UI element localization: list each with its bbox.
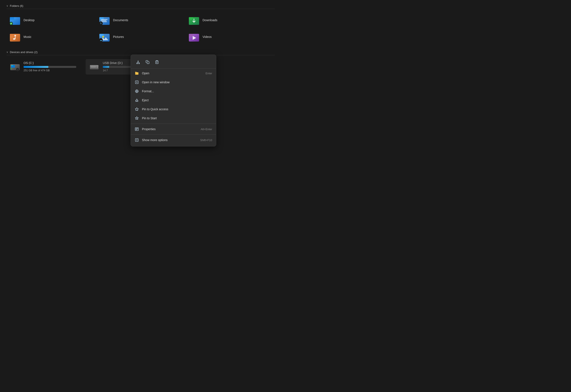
devices-chevron: ∨ [6,51,8,54]
svg-rect-42 [147,62,149,64]
ctx-pin-quick-label: Pin to Quick access [142,108,209,111]
ctx-open-window-icon [135,80,139,84]
ctx-separator-2 [131,134,216,135]
pictures-cloud-badge: ☁ [99,38,103,42]
documents-sync-badge: ↻ [99,21,103,25]
ctx-eject-label: Eject [142,98,209,102]
ctx-item-open-window[interactable]: Open in new window [131,78,216,87]
ctx-paste-button[interactable] [153,58,161,66]
ctx-open-window-label: Open in new window [142,81,209,84]
svg-line-40 [138,61,139,63]
pictures-icon-wrap: ☁ [99,32,110,42]
pictures-folder-name: Pictures [113,35,124,39]
svg-rect-2 [10,17,14,20]
desktop-badge [9,22,13,25]
downloads-folder-name: Downloads [202,18,217,22]
ctx-pin-start-icon [135,116,139,120]
svg-marker-49 [136,99,138,101]
svg-rect-43 [156,61,157,61]
folders-chevron: ∨ [6,4,8,7]
documents-folder-name: Documents [113,18,128,22]
svg-rect-7 [101,20,106,21]
c-drive-free: 251 GB free of 474 GB [24,69,76,72]
svg-point-30 [17,69,18,70]
music-icon-wrap [9,32,21,42]
c-drive-icon [9,61,21,72]
d-drive-icon [89,61,100,72]
svg-point-15 [13,38,15,40]
ctx-item-eject[interactable]: Eject [131,96,216,105]
folder-item-documents[interactable]: ↻ Documents [96,13,186,28]
devices-header-label: Devices and drives (2) [10,51,37,54]
ctx-open-shortcut: Enter [206,72,212,75]
d-drive-fill [103,66,109,68]
ctx-item-properties[interactable]: Properties Alt+Enter [131,125,216,134]
downloads-icon-wrap [188,15,200,25]
ctx-pin-quick-icon [135,107,139,111]
c-drive-bar [24,66,76,68]
ctx-format-label: Format... [142,89,209,93]
context-menu: Open Enter Open in new window Format... [131,55,216,146]
folder-item-downloads[interactable]: Downloads [186,13,275,28]
svg-rect-11 [189,17,193,20]
ctx-copy-button[interactable] [143,58,152,66]
ctx-separator-1 [131,124,216,124]
ctx-show-more-shortcut: Shift+F10 [200,139,212,142]
documents-icon-wrap: ↻ [99,15,110,25]
ctx-properties-icon [135,127,139,131]
folder-item-music[interactable]: Music [6,29,96,44]
c-drive-name: OS (C:) [24,61,76,65]
ctx-pin-start-label: Pin to Start [142,116,209,120]
svg-line-39 [137,61,138,63]
folders-header-label: Folders (6) [10,4,23,8]
ctx-format-icon [135,89,139,93]
ctx-cut-button[interactable] [134,58,142,66]
ctx-show-more-label: Show more options [142,138,197,142]
ctx-item-pin-start[interactable]: Pin to Start [131,114,216,123]
svg-rect-34 [91,66,96,68]
ctx-open-label: Open [142,71,202,75]
videos-icon-wrap [188,32,200,42]
svg-rect-6 [101,19,107,20]
videos-folder-name: Videos [202,35,212,39]
ctx-toolbar [131,56,216,69]
ctx-item-format[interactable]: Format... [131,87,216,96]
svg-point-20 [102,36,104,38]
ctx-properties-shortcut: Alt+Enter [200,128,212,131]
svg-rect-36 [97,67,98,68]
ctx-item-open[interactable]: Open Enter [131,69,216,78]
ctx-properties-label: Properties [142,127,198,131]
svg-point-48 [136,91,137,92]
desktop-folder-name: Desktop [24,18,34,22]
music-folder-name: Music [24,35,31,39]
svg-rect-35 [97,66,98,67]
svg-rect-28 [11,65,13,66]
ctx-open-icon [135,71,139,75]
c-drive-fill [24,66,48,68]
svg-point-17 [14,35,16,36]
folders-section-header: ∨ Folders (6) [6,4,275,9]
svg-marker-51 [135,108,139,111]
c-drive-info: OS (C:) 251 GB free of 474 GB [24,61,76,72]
folder-item-pictures[interactable]: ☁ Pictures [96,29,186,44]
svg-rect-23 [189,34,193,36]
svg-rect-31 [11,68,12,69]
folder-item-videos[interactable]: Videos [186,29,275,44]
ctx-item-show-more[interactable]: Show more options Shift+F10 [131,136,216,144]
ctx-eject-icon [135,98,139,102]
ctx-show-more-icon [135,138,139,142]
folder-item-desktop[interactable]: Desktop [6,13,96,28]
desktop-icon-wrap [9,15,21,25]
folders-grid: Desktop [6,13,275,44]
svg-rect-14 [10,34,14,36]
ctx-item-pin-quick[interactable]: Pin to Quick access [131,105,216,114]
drive-item-c[interactable]: OS (C:) 251 GB free of 474 GB [6,59,79,74]
